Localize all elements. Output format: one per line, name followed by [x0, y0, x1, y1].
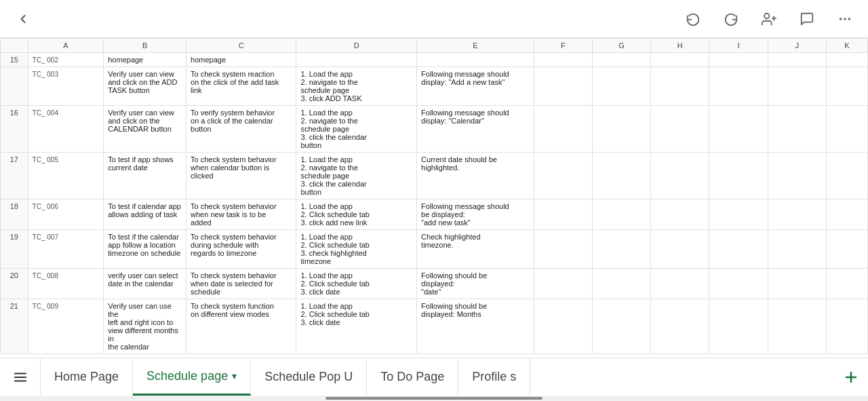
cell-a[interactable]: TC_ 006	[28, 199, 104, 230]
cell-j[interactable]	[768, 199, 826, 230]
col-header-d[interactable]: D	[296, 39, 417, 53]
cell-e[interactable]: Following message should display: "Add a…	[417, 67, 534, 106]
cell-k[interactable]	[827, 153, 868, 199]
col-header-b[interactable]: B	[104, 39, 186, 53]
cell-j[interactable]	[768, 153, 826, 199]
cell-k[interactable]	[827, 230, 868, 269]
cell-d[interactable]: 1. Load the app 2. navigate to the sched…	[296, 153, 417, 199]
cell-c[interactable]: To check system behavior during schedule…	[186, 230, 296, 269]
cell-f[interactable]	[534, 153, 592, 199]
cell-b[interactable]: homepage	[104, 53, 186, 67]
cell-a[interactable]: TC_ 003	[28, 67, 104, 106]
cell-b[interactable]: To test if app shows current date	[104, 153, 186, 199]
cell-a[interactable]: TC_ 007	[28, 230, 104, 269]
cell-k[interactable]	[827, 67, 868, 106]
cell-g[interactable]	[592, 53, 650, 67]
cell-f[interactable]	[534, 106, 592, 153]
cell-i[interactable]	[709, 269, 768, 299]
comment-button[interactable]	[795, 7, 819, 31]
cell-h[interactable]	[651, 153, 709, 199]
cell-k[interactable]	[827, 299, 868, 354]
cell-i[interactable]	[709, 230, 768, 269]
more-button[interactable]	[833, 7, 857, 31]
cell-g[interactable]	[592, 269, 650, 299]
cell-g[interactable]	[592, 153, 650, 199]
cell-i[interactable]	[709, 153, 768, 199]
cell-k[interactable]	[827, 106, 868, 153]
cell-e[interactable]: Current date should be highlighted.	[417, 153, 534, 199]
cell-h[interactable]	[651, 269, 709, 299]
cell-j[interactable]	[768, 67, 826, 106]
undo-button[interactable]	[681, 7, 705, 31]
col-header-f[interactable]: F	[534, 39, 592, 53]
cell-j[interactable]	[768, 230, 826, 269]
cell-e[interactable]	[417, 53, 534, 67]
cell-a[interactable]: TC_ 008	[28, 269, 104, 299]
cell-f[interactable]	[534, 230, 592, 269]
col-header-c[interactable]: C	[186, 39, 296, 53]
tab-home[interactable]: Home Page	[41, 358, 133, 396]
cell-i[interactable]	[709, 53, 768, 67]
back-button[interactable]	[11, 7, 35, 31]
add-tab-button[interactable]	[834, 358, 868, 396]
cell-a[interactable]: TC_ 005	[28, 153, 104, 199]
cell-d[interactable]: 1. Load the app 2. navigate to the sched…	[296, 67, 417, 106]
cell-c[interactable]: To verify system behavior on a click of …	[186, 106, 296, 153]
cell-j[interactable]	[768, 299, 826, 354]
cell-f[interactable]	[534, 199, 592, 230]
cell-h[interactable]	[651, 299, 709, 354]
cell-h[interactable]	[651, 199, 709, 230]
cell-g[interactable]	[592, 199, 650, 230]
cell-e[interactable]: Following message should display: "Calen…	[417, 106, 534, 153]
col-header-g[interactable]: G	[592, 39, 650, 53]
cell-g[interactable]	[592, 67, 650, 106]
cell-f[interactable]	[534, 269, 592, 299]
cell-b[interactable]: Verify user can use the left and right i…	[104, 299, 186, 354]
cell-j[interactable]	[768, 53, 826, 67]
col-header-k[interactable]: K	[827, 39, 868, 53]
cell-e[interactable]: Check highlighted timezone.	[417, 230, 534, 269]
add-person-button[interactable]	[757, 7, 781, 31]
cell-c[interactable]: To check system reaction on the click of…	[186, 67, 296, 106]
cell-b[interactable]: Verify user can view and click on the AD…	[104, 67, 186, 106]
cell-f[interactable]	[534, 67, 592, 106]
cell-i[interactable]	[709, 67, 768, 106]
cell-d[interactable]	[296, 53, 417, 67]
cell-i[interactable]	[709, 106, 768, 153]
cell-c[interactable]: To check system behavior when date is se…	[186, 269, 296, 299]
cell-d[interactable]: 1. Load the app 2. Click schedule tab 3.…	[296, 230, 417, 269]
tab-dropdown-icon[interactable]: ▾	[232, 370, 237, 381]
cell-h[interactable]	[651, 67, 709, 106]
cell-g[interactable]	[592, 299, 650, 354]
col-header-e[interactable]: E	[417, 39, 534, 53]
col-header-j[interactable]: J	[768, 39, 826, 53]
cell-d[interactable]: 1. Load the app 2. Click schedule tab 3.…	[296, 269, 417, 299]
tab-menu-button[interactable]	[0, 358, 41, 396]
cell-k[interactable]	[827, 53, 868, 67]
cell-k[interactable]	[827, 199, 868, 230]
cell-e[interactable]: Following should be displayed: Months	[417, 299, 534, 354]
tab-profile[interactable]: Profile s	[458, 358, 530, 396]
cell-c[interactable]: homepage	[186, 53, 296, 67]
cell-g[interactable]	[592, 106, 650, 153]
col-header-i[interactable]: I	[709, 39, 768, 53]
cell-a[interactable]: TC_ 002	[28, 53, 104, 67]
cell-b[interactable]: To test if calendar app allows adding of…	[104, 199, 186, 230]
cell-e[interactable]: Following message should be displayed: "…	[417, 199, 534, 230]
cell-d[interactable]: 1. Load the app 2. Click schedule tab 3.…	[296, 199, 417, 230]
cell-f[interactable]	[534, 53, 592, 67]
cell-h[interactable]	[651, 230, 709, 269]
cell-b[interactable]: To test if the calendar app follow a loc…	[104, 230, 186, 269]
cell-g[interactable]	[592, 230, 650, 269]
tab-todo[interactable]: To Do Page	[367, 358, 458, 396]
cell-c[interactable]: To check system behavior when new task i…	[186, 199, 296, 230]
cell-d[interactable]: 1. Load the app 2. Click schedule tab 3.…	[296, 299, 417, 354]
sheet-scroll[interactable]: A B C D E F G H I J K 15TC_ 002homepageh…	[0, 38, 868, 358]
cell-a[interactable]: TC_ 004	[28, 106, 104, 153]
cell-i[interactable]	[709, 299, 768, 354]
cell-b[interactable]: verify user can select date in the calen…	[104, 269, 186, 299]
cell-f[interactable]	[534, 299, 592, 354]
col-header-h[interactable]: H	[651, 39, 709, 53]
cell-a[interactable]: TC_ 009	[28, 299, 104, 354]
cell-h[interactable]	[651, 106, 709, 153]
